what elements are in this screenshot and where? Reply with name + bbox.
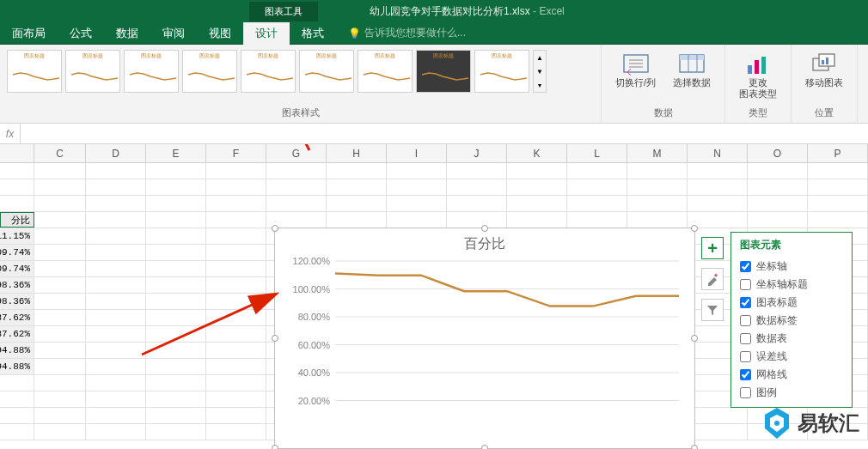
cell[interactable]: 87.62% — [0, 310, 34, 325]
checkbox[interactable] — [740, 297, 751, 308]
cell[interactable] — [0, 196, 34, 211]
cell[interactable]: 09.74% — [0, 245, 34, 260]
cell[interactable] — [34, 343, 86, 358]
cell[interactable] — [86, 261, 146, 276]
cell[interactable] — [206, 424, 266, 440]
cell[interactable] — [567, 179, 627, 195]
cell[interactable] — [86, 343, 146, 358]
cell[interactable] — [0, 375, 34, 391]
chart-style-thumb[interactable]: 图表标题 — [416, 50, 471, 93]
chart-style-thumb[interactable]: 图表标题 — [182, 50, 237, 93]
select-data-button[interactable]: 选择数据 — [666, 48, 718, 92]
cell[interactable] — [146, 408, 206, 423]
cell[interactable] — [206, 163, 266, 179]
column-header[interactable]: K — [507, 144, 567, 162]
cell[interactable] — [146, 261, 206, 276]
cell[interactable] — [206, 277, 266, 293]
cell[interactable] — [86, 375, 146, 391]
cell[interactable] — [387, 196, 447, 211]
cell[interactable] — [86, 212, 146, 228]
cell[interactable] — [0, 391, 34, 407]
cell[interactable] — [507, 212, 567, 228]
cell[interactable] — [387, 163, 447, 179]
cell[interactable] — [146, 391, 206, 407]
cell[interactable] — [34, 196, 86, 211]
column-header[interactable]: O — [748, 144, 808, 162]
cell[interactable] — [146, 294, 206, 309]
cell[interactable]: 11.15% — [0, 228, 34, 244]
cell[interactable] — [206, 179, 266, 195]
cell[interactable] — [146, 359, 206, 374]
chart-element-option[interactable]: 误差线 — [740, 348, 843, 366]
chart-style-thumb[interactable]: 图表标题 — [299, 50, 354, 93]
cell[interactable] — [327, 163, 387, 179]
resize-handle[interactable] — [691, 225, 698, 232]
cell[interactable] — [688, 424, 748, 440]
cell[interactable] — [146, 245, 206, 260]
cell[interactable]: 98.36% — [0, 277, 34, 293]
chart-style-thumb[interactable]: 图表标题 — [474, 50, 529, 93]
cell[interactable]: 09.74% — [0, 261, 34, 276]
cell[interactable] — [146, 343, 206, 358]
cell[interactable] — [567, 163, 627, 179]
cell[interactable] — [688, 196, 748, 211]
cell[interactable] — [86, 294, 146, 309]
tab-formulas[interactable]: 公式 — [58, 22, 104, 45]
cell[interactable] — [206, 391, 266, 407]
cell[interactable] — [206, 196, 266, 211]
cell[interactable] — [34, 408, 86, 423]
column-header[interactable]: H — [327, 144, 387, 162]
cell[interactable]: 94.88% — [0, 359, 34, 374]
chart-style-thumb[interactable]: 图表标题 — [241, 50, 296, 93]
cell[interactable] — [627, 212, 688, 228]
chart-style-thumb[interactable]: 图表标题 — [7, 50, 62, 93]
chart-element-option[interactable]: 坐标轴标题 — [740, 276, 843, 294]
chart-element-option[interactable]: 数据表 — [740, 330, 843, 348]
chart-element-option[interactable]: 数据标签 — [740, 312, 843, 330]
cell[interactable] — [567, 212, 627, 228]
cell[interactable] — [34, 277, 86, 293]
column-header[interactable]: F — [206, 144, 266, 162]
cell[interactable] — [34, 310, 86, 325]
column-header[interactable]: C — [34, 144, 86, 162]
cell[interactable] — [327, 179, 387, 195]
cell[interactable] — [266, 179, 327, 195]
resize-handle[interactable] — [481, 225, 488, 232]
cell[interactable] — [146, 424, 206, 440]
cell[interactable] — [0, 424, 34, 440]
tab-design[interactable]: 设计 — [243, 22, 290, 45]
chart-element-option[interactable]: 图例 — [740, 384, 843, 402]
checkbox[interactable] — [740, 387, 751, 398]
cell[interactable] — [34, 391, 86, 407]
chart-styles-button[interactable] — [701, 268, 724, 290]
cell[interactable] — [34, 375, 86, 391]
cell[interactable]: 分比 — [0, 212, 34, 228]
cell[interactable] — [507, 163, 567, 179]
change-chart-type-button[interactable]: 更改 图表类型 — [732, 48, 784, 103]
cell[interactable] — [34, 294, 86, 309]
cell[interactable] — [34, 359, 86, 374]
embedded-chart[interactable]: 百分比 20.00%40.00%60.00%80.00%100.00%120.0… — [274, 228, 695, 449]
chart-elements-button[interactable]: + — [701, 237, 724, 259]
worksheet-grid[interactable]: CDEFGHIJKLMNOP 分比11.15%09.74%09.74%98.36… — [0, 144, 868, 449]
cell[interactable] — [206, 326, 266, 342]
cell[interactable] — [86, 179, 146, 195]
cell[interactable] — [688, 163, 748, 179]
cell[interactable] — [86, 359, 146, 374]
cell[interactable] — [447, 196, 507, 211]
column-header[interactable]: P — [808, 144, 868, 162]
cell[interactable]: 98.36% — [0, 294, 34, 309]
cell[interactable] — [34, 326, 86, 342]
cell[interactable] — [146, 196, 206, 211]
column-header[interactable]: M — [627, 144, 688, 162]
column-header[interactable]: N — [688, 144, 748, 162]
cell[interactable] — [86, 163, 146, 179]
cell[interactable] — [206, 310, 266, 325]
column-header[interactable]: I — [387, 144, 447, 162]
cell[interactable] — [266, 196, 327, 211]
cell[interactable] — [0, 179, 34, 195]
checkbox[interactable] — [740, 315, 751, 326]
chart-element-option[interactable]: 图表标题 — [740, 294, 843, 312]
cell[interactable] — [627, 163, 688, 179]
cell[interactable]: 87.62% — [0, 326, 34, 342]
